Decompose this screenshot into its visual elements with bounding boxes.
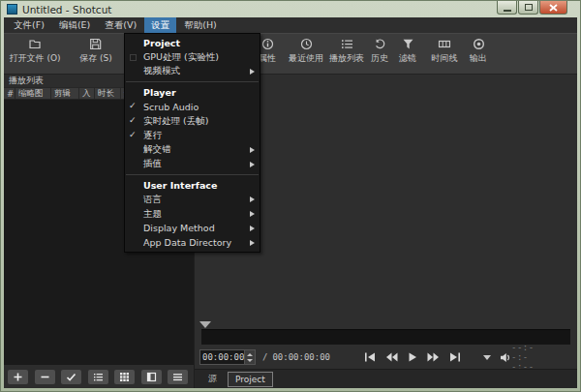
submenu-arrow-icon <box>250 211 255 217</box>
column-header-duration[interactable]: 时长 <box>95 88 121 99</box>
playlist-toolbar <box>4 365 194 388</box>
tab-project[interactable]: Project <box>228 372 273 387</box>
column-header-thumbnail[interactable]: 缩略图 <box>15 88 51 99</box>
transport-controls: 00:00:00:00 / 00:00:00:00 <box>195 346 577 369</box>
spinner-up-icon <box>247 353 253 356</box>
menu-item-video-mode[interactable]: 视频模式 <box>125 65 260 79</box>
menu-separator <box>126 81 259 82</box>
playlist-button[interactable]: 播放列表 <box>329 38 364 65</box>
export-button[interactable]: 输出 <box>470 38 487 65</box>
content-area: 播放列表 # 缩略图 剪辑 入 时长 开始 <box>4 75 577 388</box>
submenu-arrow-icon <box>250 162 255 167</box>
export-icon <box>473 38 485 50</box>
filters-icon <box>402 38 414 50</box>
maximize-button[interactable] <box>518 1 538 15</box>
app-surface: 文件(F) 编辑(E) 查看(V) 设置 帮助(H) 打开文件 (O) 保存 (… <box>4 17 577 388</box>
history-button[interactable]: 历史 <box>371 38 388 65</box>
menu-view[interactable]: 查看(V) <box>98 17 143 33</box>
menubar: 文件(F) 编辑(E) 查看(V) 设置 帮助(H) <box>4 17 577 33</box>
recent-icon <box>300 38 313 50</box>
app-window: Untitled - Shotcut 文件(F) 编辑(E) 查看(V) 设置 … <box>0 0 581 392</box>
menu-edit[interactable]: 编辑(E) <box>52 17 97 33</box>
maximize-icon <box>525 4 533 11</box>
view-icons-button[interactable] <box>114 370 135 384</box>
minimize-icon <box>504 10 511 12</box>
skip-to-end-icon[interactable] <box>449 352 461 362</box>
close-button[interactable] <box>539 1 567 15</box>
menu-item-theme[interactable]: 主题 <box>125 207 260 222</box>
add-icon <box>13 372 23 382</box>
playlist-icon <box>341 38 353 50</box>
main-toolbar: 打开文件 (O) 保存 (S) 属性 最近使用 播放列表 历史 <box>4 33 577 75</box>
remove-button[interactable] <box>35 370 55 384</box>
checkmark-icon: ✓ <box>129 130 137 139</box>
properties-button[interactable]: 属性 <box>259 38 276 65</box>
column-header-in[interactable]: 入 <box>79 88 95 99</box>
skip-to-start-icon[interactable] <box>364 352 376 362</box>
timecode-spinner[interactable] <box>244 350 255 364</box>
tab-source[interactable]: 源 <box>201 372 224 387</box>
volume-icon <box>500 352 511 363</box>
seek-area <box>195 320 577 346</box>
column-header-index[interactable]: # <box>4 88 15 99</box>
view-details-icon <box>93 372 104 382</box>
submenu-arrow-icon <box>250 69 255 75</box>
save-icon <box>89 38 102 50</box>
view-tiles-icon <box>146 372 157 382</box>
menu-item-scrub-audio[interactable]: ✓ Scrub Audio <box>125 100 260 114</box>
rewind-icon[interactable] <box>385 352 398 362</box>
selected-duration-value: --:--:--:-- <box>511 343 535 372</box>
position-timecode-field[interactable]: 00:00:00:00 <box>199 349 256 365</box>
window-title: Untitled - Shotcut <box>22 4 111 15</box>
menu-item-language[interactable]: 语言 <box>125 193 260 207</box>
submenu-arrow-icon <box>250 226 255 231</box>
menu-item-realtime[interactable]: ✓ 实时处理 (丢帧) <box>125 114 260 129</box>
add-button[interactable] <box>8 370 28 384</box>
menu-item-gpu-processing[interactable]: GPU处理 (实验性) <box>125 50 260 65</box>
close-icon <box>549 4 558 12</box>
unchecked-checkbox-icon <box>130 54 137 61</box>
menu-item-progressive[interactable]: ✓ 逐行 <box>125 129 260 143</box>
menu-item-interpolation[interactable]: 插值 <box>125 157 260 171</box>
playlist-menu-button[interactable] <box>168 370 188 384</box>
view-details-button[interactable] <box>88 370 108 384</box>
menu-settings[interactable]: 设置 <box>144 17 176 33</box>
timeline-icon <box>439 38 451 50</box>
update-check-icon <box>66 372 76 382</box>
submenu-arrow-icon <box>250 196 255 202</box>
menu-separator <box>126 174 259 175</box>
menu-item-app-data-directory[interactable]: App Data Directory <box>125 235 260 250</box>
history-icon <box>374 38 386 50</box>
hamburger-menu-icon <box>172 372 183 382</box>
window-controls <box>496 1 567 15</box>
view-tiles-button[interactable] <box>141 370 162 384</box>
column-header-clip[interactable]: 剪辑 <box>51 88 79 99</box>
remove-icon <box>40 372 50 382</box>
play-icon[interactable] <box>408 352 417 362</box>
fast-forward-icon[interactable] <box>427 352 440 362</box>
filters-button[interactable]: 滤镜 <box>399 38 416 65</box>
timecode-separator: / <box>262 352 267 362</box>
recent-button[interactable]: 最近使用 <box>289 38 323 65</box>
menu-help[interactable]: 帮助(H) <box>177 17 224 33</box>
menu-file[interactable]: 文件(F) <box>7 17 51 33</box>
volume-button[interactable] <box>500 352 511 363</box>
position-timecode-value[interactable]: 00:00:00:00 <box>200 350 244 364</box>
menu-item-deinterlacer[interactable]: 解交错 <box>125 143 260 158</box>
playhead-triangle-icon[interactable] <box>199 321 211 328</box>
menu-section-project: Project <box>125 36 260 50</box>
save-button[interactable]: 保存 (S) <box>79 38 112 65</box>
timeline-button[interactable]: 时间线 <box>432 38 458 65</box>
view-icons-icon <box>119 372 130 382</box>
settings-dropdown-menu: Project GPU处理 (实验性) 视频模式 Player ✓ Scrub … <box>124 33 260 253</box>
open-file-button[interactable]: 打开文件 (O) <box>10 38 61 65</box>
update-button[interactable] <box>61 370 81 384</box>
player-menu-dropdown-icon[interactable] <box>483 355 491 360</box>
player-tabs: 源 Project <box>195 369 577 388</box>
titlebar: Untitled - Shotcut <box>1 1 580 17</box>
minimize-button[interactable] <box>497 1 517 15</box>
seek-bar[interactable] <box>201 329 570 345</box>
checkmark-icon: ✓ <box>129 115 137 125</box>
menu-item-display-method[interactable]: Display Method <box>125 222 260 236</box>
total-duration-value: 00:00:00:00 <box>272 352 330 362</box>
